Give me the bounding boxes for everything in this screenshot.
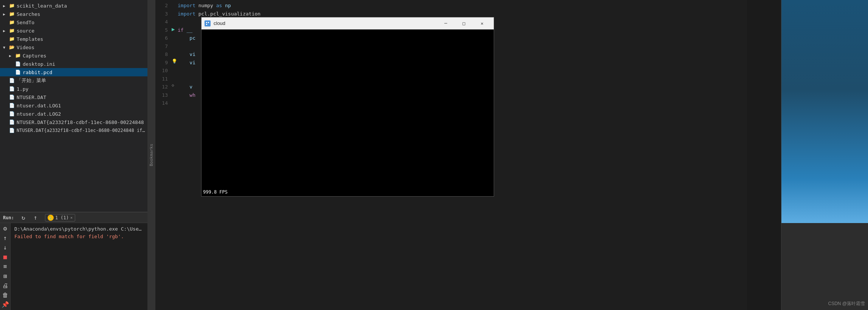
tree-label-ntuser-guid1: NTUSER.DAT{a2332f18-cdbf-11ec-8680-00224… (17, 119, 144, 125)
right-panel: CSDN @落叶霜雪 (781, 0, 868, 310)
svg-rect-0 (205, 21, 210, 26)
folder-icon: 📁 (9, 3, 15, 8)
folder-icon: 📁 (9, 20, 15, 25)
tool-stop-btn[interactable]: ■ (0, 253, 11, 261)
file-icon: 📄 (9, 119, 15, 125)
csdn-watermark: CSDN @落叶霜雪 (828, 301, 865, 307)
bookmarks-sidebar: Bookmarks (147, 0, 156, 310)
tool-print-btn[interactable]: 🖨 (0, 282, 11, 290)
run-controls: ↻ ↑ (18, 212, 41, 223)
tree-label-captures: Captures (23, 53, 46, 59)
window-titlebar: cloud ─ □ ✕ (202, 17, 494, 29)
left-panel: ▶ 📁 scikit_learn_data ▶ 📁 Searches ▶ 📁 S… (0, 0, 147, 310)
editor-area: 2 3 4 5 6 7 8 9 10 11 12 13 14 ▶ 💡 (156, 0, 781, 310)
folder-open-icon: 📂 (9, 45, 15, 50)
collapse-arrow: ▶ (3, 29, 9, 33)
run-tab-close[interactable]: ✕ (70, 215, 73, 220)
watermark-area: CSDN @落叶霜雪 (781, 223, 868, 310)
tree-label-videos: Videos (17, 45, 34, 50)
point-cloud-viewport (202, 29, 494, 196)
terminal-line-1: D:\Anaconda\envs\pytorch\python.exe C:\U… (14, 225, 144, 233)
folder-icon: 📁 (9, 11, 15, 17)
tree-item-ntuser-dat[interactable]: ▶ 📄 NTUSER.DAT (0, 93, 147, 101)
lightbulb-icon[interactable]: 💡 (172, 59, 177, 64)
svg-rect-3 (206, 24, 207, 25)
tree-item-templates[interactable]: ▶ 📁 Templates (0, 35, 147, 43)
collapse-arrow: ▶ (3, 12, 9, 16)
folder-icon: 📁 (15, 53, 21, 58)
tool-pin-btn[interactable]: 📌 (0, 301, 11, 308)
file-icon: 📄 (9, 78, 15, 83)
tool-grid-btn[interactable]: ⊞ (0, 272, 11, 280)
expand-icon: ◇ (172, 83, 174, 88)
tree-item-rabbit-pcd[interactable]: ▶ 📄 rabbit.pcd (0, 68, 147, 76)
tree-label-templates: Templates (17, 36, 43, 42)
line-numbers: 2 3 4 5 6 7 8 9 10 11 12 13 14 (156, 0, 171, 107)
tool-list-btn[interactable]: ≡ (0, 262, 11, 270)
tool-delete-btn[interactable]: 🗑 (0, 291, 11, 299)
expand-arrow: ▼ (3, 45, 9, 50)
up-btn[interactable]: ↑ (30, 212, 41, 223)
tree-label-sendto: SendTo (17, 20, 34, 25)
tree-label-menu: 「开始」菜单 (17, 77, 46, 84)
close-button[interactable]: ✕ (473, 17, 491, 29)
bookmarks-label: Bookmarks (149, 144, 154, 166)
tree-label-ntuser-dat: NTUSER.DAT (17, 95, 46, 100)
tree-label-source: source (17, 28, 34, 34)
tree-item-1py[interactable]: ▶ 📄 1.py (0, 85, 147, 93)
run-arrow-icon: ▶ (172, 26, 175, 32)
window-content: 999.8 FPS (202, 29, 494, 196)
tool-down-btn[interactable]: ↓ (0, 243, 11, 251)
run-tab[interactable]: 🐍 1 (1) ✕ (45, 214, 75, 222)
window-app-icon (205, 20, 211, 26)
pcd-file-icon: 📄 (15, 70, 21, 75)
file-icon: 📄 (9, 128, 15, 133)
terminal-line-error: Failed to find match for field 'rgb'. (14, 233, 144, 240)
tree-label-ntuser-log2: ntuser.dat.LOG2 (17, 111, 61, 117)
svg-rect-2 (208, 22, 209, 23)
run-header: Run: ↻ ↑ 🐍 1 (1) ✕ (0, 212, 147, 223)
tree-item-scikit[interactable]: ▶ 📁 scikit_learn_data (0, 2, 147, 10)
minimap (747, 0, 781, 310)
py-file-icon: 📄 (9, 86, 15, 91)
refresh-btn[interactable]: ↻ (18, 212, 29, 223)
right-panel-top (781, 0, 868, 223)
run-toolbar: ⚙ ↑ ↓ ■ ≡ ⊞ 🖨 🗑 📌 (0, 223, 11, 310)
tool-up-btn[interactable]: ↑ (0, 234, 11, 242)
restore-button[interactable]: □ (455, 17, 473, 29)
folder-icon: 📁 (9, 28, 15, 33)
code-line-2: import numpy as np (178, 2, 778, 10)
file-icon: 📄 (9, 95, 15, 100)
file-icon: 📄 (9, 103, 15, 108)
tree-label-searches: Searches (17, 11, 40, 17)
minimize-button[interactable]: ─ (437, 17, 454, 29)
run-section: Run: ↻ ↑ 🐍 1 (1) ✕ ⚙ ↑ ↓ ■ (0, 212, 147, 310)
collapse-arrow: ▶ (9, 54, 15, 58)
window-controls: ─ □ ✕ (437, 17, 491, 29)
tree-item-ntuser-log2[interactable]: ▶ 📄 ntuser.dat.LOG2 (0, 110, 147, 118)
tree-item-searches[interactable]: ▶ 📁 Searches (0, 10, 147, 18)
tree-item-source[interactable]: ▶ 📁 source (0, 26, 147, 35)
tree-item-captures[interactable]: ▶ 📁 Captures (0, 51, 147, 60)
tree-item-ntuser-log1[interactable]: ▶ 📄 ntuser.dat.LOG1 (0, 101, 147, 110)
fps-counter: 999.8 FPS (203, 189, 228, 195)
tree-item-ntuser-guid2[interactable]: ▶ 📄 NTUSER.DAT{a2332f18-cdbf-11ec-8680-0… (0, 126, 147, 135)
run-tab-label: 1 (1) (55, 215, 69, 220)
cloud-visualizer-window: cloud ─ □ ✕ 999.8 FPS (201, 17, 494, 197)
tree-item-videos[interactable]: ▼ 📂 Videos (0, 43, 147, 51)
terminal-output: D:\Anaconda\envs\pytorch\python.exe C:\U… (11, 223, 147, 310)
tree-label-ntuser-log1: ntuser.dat.LOG1 (17, 103, 61, 108)
tree-item-sendto[interactable]: ▶ 📁 SendTo (0, 18, 147, 26)
tree-label-1py: 1.py (17, 86, 28, 92)
tree-item-desktop-ini[interactable]: ▶ 📄 desktop.ini (0, 60, 147, 68)
tree-item-ntuser-guid1[interactable]: ▶ 📄 NTUSER.DAT{a2332f18-cdbf-11ec-8680-0… (0, 118, 147, 126)
tool-settings-btn[interactable]: ⚙ (0, 225, 11, 232)
tree-label-rabbit-pcd: rabbit.pcd (23, 70, 52, 75)
tree-label-scikit: scikit_learn_data (17, 3, 67, 9)
folder-icon: 📁 (9, 36, 15, 42)
python-icon: 🐍 (48, 215, 54, 221)
svg-rect-1 (206, 22, 207, 23)
window-title-label: cloud (214, 20, 434, 26)
collapse-arrow: ▶ (3, 4, 9, 8)
tree-item-menu[interactable]: ▶ 📄 「开始」菜单 (0, 76, 147, 85)
